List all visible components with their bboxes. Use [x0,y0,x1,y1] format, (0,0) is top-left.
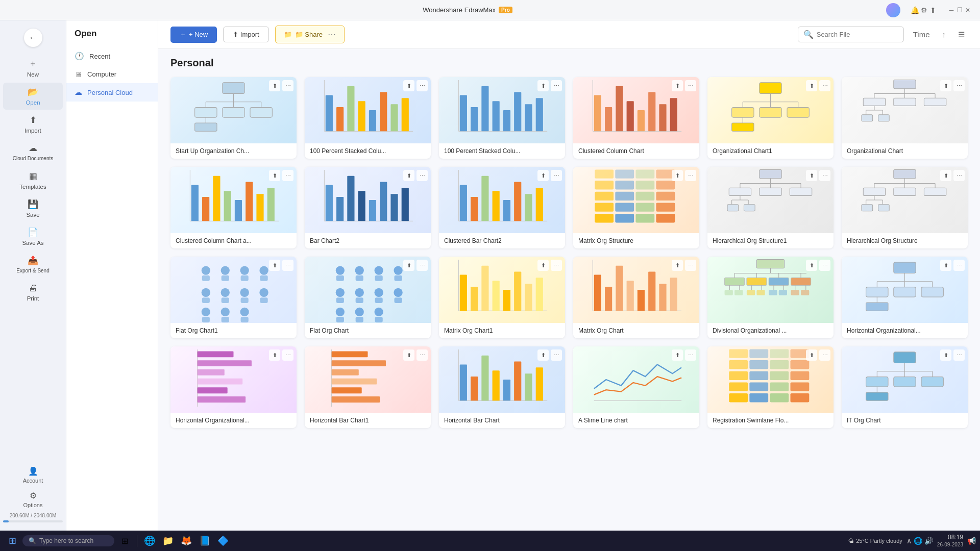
card-share-icon[interactable]: ⬆ [672,170,683,181]
settings-icon[interactable]: ⚙ [920,6,928,14]
card-share-icon[interactable]: ⬆ [537,80,549,91]
card-share-icon[interactable]: ⬆ [537,170,549,181]
card-more-icon[interactable]: ⋯ [685,260,696,271]
avatar[interactable] [886,3,900,17]
share-icon[interactable]: ⬆ [929,6,937,14]
share-button[interactable]: 📁 📁 Share ⋯ [275,26,345,43]
card-more-icon[interactable]: ⋯ [819,260,830,271]
sidebar-item-cloud[interactable]: ☁ Cloud Documents [3,139,63,166]
card-more-icon[interactable]: ⋯ [282,349,293,361]
taskbar-folder-icon[interactable]: 📁 [160,533,176,549]
card-share-icon[interactable]: ⬆ [940,260,951,271]
card-item[interactable]: ⬆ ⋯ Matrix Org Structure [573,167,699,248]
card-item[interactable]: ⬆ ⋯ Clustered Column Chart a... [170,167,297,248]
card-more-icon[interactable]: ⋯ [685,80,696,91]
card-share-icon[interactable]: ⬆ [806,170,817,181]
card-item[interactable]: ⬆ ⋯ 100 Percent Stacked Colu... [439,77,565,159]
sidebar-item-templates[interactable]: ▦ Templates [3,167,63,194]
taskbar-view-icon[interactable]: ⊞ [116,533,133,549]
card-item[interactable]: ⬆ ⋯ Horizontal Organizational... [170,346,297,428]
card-item[interactable]: ⬆ ⋯ 100 Percent Stacked Colu... [305,77,431,159]
card-share-icon[interactable]: ⬆ [537,260,549,271]
nav-item-recent[interactable]: 🕐 Recent [66,47,158,65]
card-more-icon[interactable]: ⋯ [282,170,293,181]
card-more-icon[interactable]: ⋯ [953,260,965,271]
card-item[interactable]: ⬆ ⋯ Divisional Organizational ... [707,257,834,338]
grid-container[interactable]: ⬆ ⋯ Start Up Organization Ch... ⬆ ⋯ 100 … [158,73,980,531]
card-more-icon[interactable]: ⋯ [416,80,428,91]
close-button[interactable]: ✕ [964,6,972,14]
sort-direction-icon[interactable]: ↑ [939,28,949,41]
card-share-icon[interactable]: ⬆ [403,349,414,361]
card-more-icon[interactable]: ⋯ [819,80,830,91]
sidebar-item-open[interactable]: 📂 Open [3,83,63,110]
search-box[interactable]: 🔍 [798,27,904,42]
taskbar-word-icon[interactable]: 📘 [197,533,213,549]
card-more-icon[interactable]: ⋯ [416,170,428,181]
minimize-button[interactable]: ─ [947,6,955,14]
sidebar-item-new[interactable]: ＋ New [3,54,63,82]
card-share-icon[interactable]: ⬆ [806,80,817,91]
taskbar-search[interactable]: 🔍 Type here to search [22,535,114,546]
sidebar-item-options[interactable]: ⚙ Options [3,487,63,512]
card-item[interactable]: ⬆ ⋯ Clustered Bar Chart2 [439,167,565,248]
card-more-icon[interactable]: ⋯ [953,349,965,361]
tray-expand-icon[interactable]: ∧ [906,537,912,545]
view-toggle-icon[interactable]: ☰ [955,28,968,41]
card-more-icon[interactable]: ⋯ [953,80,965,91]
card-share-icon[interactable]: ⬆ [403,170,414,181]
card-item[interactable]: ⬆ ⋯ Flat Org Chart [305,257,431,338]
card-item[interactable]: ⬆ ⋯ Horizontal Organizational... [842,257,968,338]
card-more-icon[interactable]: ⋯ [282,80,293,91]
card-item[interactable]: ⬆ ⋯ IT Org Chart [842,346,968,428]
card-share-icon[interactable]: ⬆ [403,80,414,91]
restore-button[interactable]: ❐ [955,6,964,14]
card-item[interactable]: ⬆ ⋯ Horizontal Bar Chart1 [305,346,431,428]
taskbar-browser-icon[interactable]: 🌐 [141,533,158,549]
card-share-icon[interactable]: ⬆ [940,80,951,91]
card-more-icon[interactable]: ⋯ [416,349,428,361]
card-share-icon[interactable]: ⬆ [672,260,683,271]
nav-item-personal-cloud[interactable]: ☁ Personal Cloud [66,83,158,102]
card-share-icon[interactable]: ⬆ [537,349,549,361]
card-more-icon[interactable]: ⋯ [953,170,965,181]
sort-time-label[interactable]: Time [910,28,933,41]
card-item[interactable]: ⬆ ⋯ Hierarchical Org Structure [842,167,968,248]
card-share-icon[interactable]: ⬆ [269,349,280,361]
card-more-icon[interactable]: ⋯ [819,170,830,181]
network-icon[interactable]: 🌐 [914,537,922,545]
card-item[interactable]: ⬆ ⋯ A Slime Line chart [573,346,699,428]
card-item[interactable]: ⬆ ⋯ Registration Swimlane Flo... [707,346,834,428]
card-share-icon[interactable]: ⬆ [672,80,683,91]
card-item[interactable]: ⬆ ⋯ Hierarchical Org Structure1 [707,167,834,248]
card-item[interactable]: ⬆ ⋯ Organizational Chart [842,77,968,159]
card-share-icon[interactable]: ⬆ [940,170,951,181]
card-more-icon[interactable]: ⋯ [551,80,562,91]
card-more-icon[interactable]: ⋯ [551,260,562,271]
search-input[interactable] [817,31,898,38]
card-item[interactable]: ⬆ ⋯ Matrix Org Chart1 [439,257,565,338]
taskbar-edraw-icon[interactable]: 🔷 [215,533,231,549]
card-item[interactable]: ⬆ ⋯ Horizontal Bar Chart [439,346,565,428]
card-item[interactable]: ⬆ ⋯ Bar Chart2 [305,167,431,248]
card-share-icon[interactable]: ⬆ [806,260,817,271]
sidebar-item-print[interactable]: 🖨 Print [3,279,63,306]
card-item[interactable]: ⬆ ⋯ Organizational Chart1 [707,77,834,159]
volume-icon[interactable]: 🔊 [924,537,933,545]
card-more-icon[interactable]: ⋯ [819,349,830,361]
card-share-icon[interactable]: ⬆ [269,80,280,91]
card-item[interactable]: ⬆ ⋯ Flat Org Chart1 [170,257,297,338]
card-more-icon[interactable]: ⋯ [685,349,696,361]
new-button[interactable]: ＋ + New [170,27,217,43]
sidebar-item-export[interactable]: 📤 Export & Send [3,251,63,278]
notification-icon[interactable]: 🔔 [911,6,919,14]
card-more-icon[interactable]: ⋯ [551,170,562,181]
sidebar-item-import[interactable]: ⬆ Import [3,111,63,138]
sidebar-item-account[interactable]: 👤 Account [3,463,63,487]
nav-item-computer[interactable]: 🖥 Computer [66,65,158,83]
taskbar-firefox-icon[interactable]: 🦊 [178,533,194,549]
card-item[interactable]: ⬆ ⋯ Start Up Organization Ch... [170,77,297,159]
card-share-icon[interactable]: ⬆ [269,170,280,181]
card-item[interactable]: ⬆ ⋯ Clustered Column Chart [573,77,699,159]
share-kebab-icon[interactable]: ⋯ [328,30,336,39]
